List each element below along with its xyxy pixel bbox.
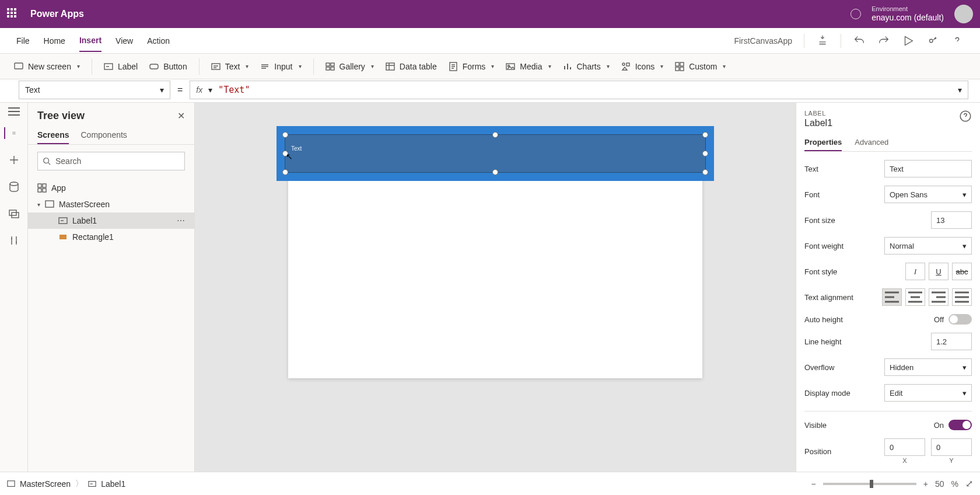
prop-fontweight-select[interactable]: Normal▾ [884,237,972,255]
underline-button[interactable]: U [929,263,949,280]
gallery-dropdown[interactable]: Gallery▾ [326,62,374,71]
screen-icon [14,62,23,71]
screen-icon [7,480,15,488]
rectangle-icon [58,232,68,242]
media-dropdown[interactable]: Media▾ [506,62,551,71]
align-justify-button[interactable] [952,288,972,306]
help-icon[interactable] [959,110,972,123]
resize-handle[interactable] [492,169,498,175]
environment-icon[interactable] [850,9,861,19]
hamburger-icon[interactable] [8,111,20,112]
tree-item-rectangle1[interactable]: Rectangle1 [28,229,194,245]
app-launcher-icon[interactable] [7,8,19,20]
tab-advanced[interactable]: Advanced [855,134,888,151]
tree-item-label1[interactable]: Label1 ⋯ [28,212,194,229]
fullscreen-icon[interactable]: ⤢ [965,478,973,489]
data-table-label: Data table [400,62,437,71]
resize-handle[interactable] [702,169,708,175]
insert-ribbon: New screen▾ Label Button Text▾ Input▾ Ga… [0,54,980,79]
menu-home[interactable]: Home [44,30,65,51]
prop-fontsize-input[interactable]: 13 [931,211,972,229]
icons-label: Icons [635,62,654,71]
menu-action[interactable]: Action [147,30,170,51]
tab-components[interactable]: Components [80,127,127,144]
tree-item-label: MasterScreen [59,200,110,209]
user-avatar[interactable] [954,5,973,23]
forms-label: Forms [463,62,486,71]
button-button[interactable]: Button [149,62,187,71]
redo-icon[interactable] [877,34,890,47]
menu-insert[interactable]: Insert [79,30,102,52]
autoheight-toggle[interactable] [949,314,972,325]
input-dropdown[interactable]: Input▾ [260,62,301,71]
resize-handle[interactable] [492,132,498,138]
svg-point-22 [44,158,49,163]
menu-view[interactable]: View [116,30,133,51]
play-icon[interactable] [902,34,915,47]
breadcrumb[interactable]: MasterScreen 〉 Label1 [7,479,125,489]
resize-handle[interactable] [702,151,708,156]
help-icon[interactable] [951,34,964,47]
more-icon[interactable]: ⋯ [177,216,185,225]
app-checker-icon[interactable] [816,34,829,47]
new-screen-button[interactable]: New screen▾ [14,62,80,71]
svg-rect-6 [331,63,334,66]
add-icon[interactable] [8,154,20,166]
prop-text-input[interactable]: Text [884,160,972,177]
canvas[interactable]: Text ↖ [195,103,796,472]
align-right-button[interactable] [929,288,949,306]
media-panel-icon[interactable] [8,208,20,219]
zoom-in-button[interactable]: + [923,479,928,489]
icons-dropdown[interactable]: Icons▾ [621,62,663,71]
close-icon[interactable]: ✕ [177,110,185,121]
custom-dropdown[interactable]: Custom▾ [675,62,726,71]
prop-font-select[interactable]: Open Sans▾ [884,186,972,203]
tab-properties[interactable]: Properties [804,134,842,151]
chevron-down-icon[interactable]: ▾ [958,85,962,95]
pos-x-input[interactable]: 0 [884,438,925,456]
align-left-button[interactable] [882,288,902,306]
search-input[interactable]: Search [37,152,185,170]
share-icon[interactable] [926,34,939,47]
resize-handle[interactable] [282,132,288,138]
selected-control[interactable]: Text ↖ [276,126,714,181]
tools-icon[interactable] [8,235,20,246]
undo-icon[interactable] [853,34,866,47]
tab-screens[interactable]: Screens [37,127,69,144]
breadcrumb-control: Label1 [101,479,125,489]
tree-view-icon[interactable] [4,127,16,139]
data-icon[interactable] [8,181,20,193]
prop-displaymode-select[interactable]: Edit▾ [884,384,972,402]
prop-overflow-select[interactable]: Hidden▾ [884,358,972,376]
menu-file[interactable]: File [16,30,30,51]
tree-item-screen[interactable]: ▾ MasterScreen [28,196,194,212]
data-table-button[interactable]: Data table [386,62,437,71]
zoom-out-button[interactable]: − [811,479,816,489]
label-control[interactable]: Text [285,134,706,173]
italic-button[interactable]: I [905,263,925,280]
prop-lineheight-input[interactable]: 1.2 [931,333,972,350]
tree-item-app[interactable]: App [28,180,194,196]
visible-toggle[interactable] [949,420,972,430]
label-button[interactable]: Label [104,62,138,71]
forms-dropdown[interactable]: Forms▾ [449,62,495,71]
svg-point-13 [622,63,625,65]
pos-y-input[interactable]: 0 [931,438,972,456]
custom-label: Custom [689,62,717,71]
document-name[interactable]: FirstCanvasApp [734,36,792,46]
zoom-slider[interactable] [823,483,916,485]
formula-input[interactable]: fx▾ "Text" ▾ [190,81,968,99]
text-icon [211,62,220,71]
align-center-button[interactable] [905,288,925,306]
property-selector[interactable]: Text ▾ [19,81,170,99]
environment-selector[interactable]: Environment enayu.com (default) [872,5,944,23]
strikethrough-button[interactable]: abc [952,263,972,280]
text-dropdown[interactable]: Text▾ [211,62,249,71]
tree-view-panel: Tree view ✕ Screens Components Search Ap… [28,103,195,472]
canvas-screen[interactable]: Text ↖ [288,138,702,378]
prop-fontsize-value: 13 [936,216,944,225]
charts-dropdown[interactable]: Charts▾ [563,62,610,71]
resize-handle[interactable] [282,169,288,175]
prop-font-value: Open Sans [890,190,928,199]
resize-handle[interactable] [702,132,708,138]
